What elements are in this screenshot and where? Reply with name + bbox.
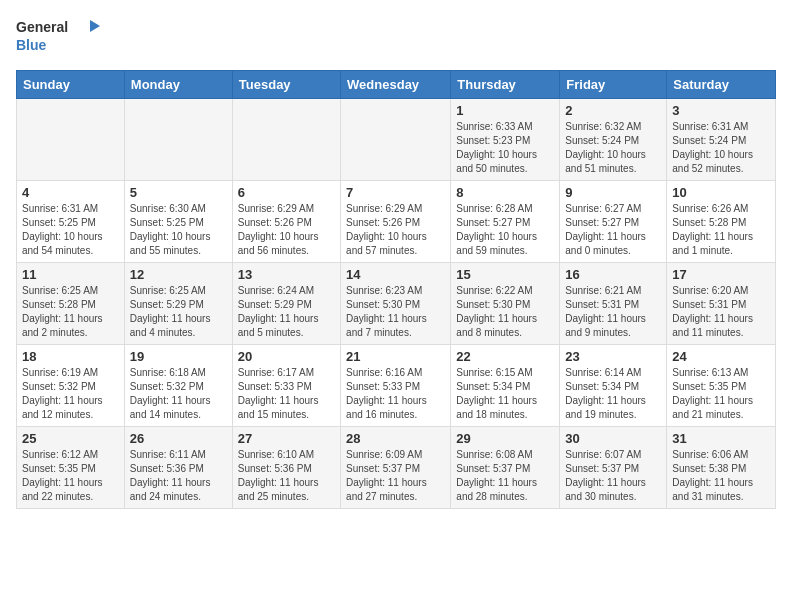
day-number: 9 bbox=[565, 185, 661, 200]
weekday-header: Friday bbox=[560, 71, 667, 99]
day-number: 18 bbox=[22, 349, 119, 364]
calendar-day-cell: 24Sunrise: 6:13 AM Sunset: 5:35 PM Dayli… bbox=[667, 345, 776, 427]
day-number: 6 bbox=[238, 185, 335, 200]
day-info: Sunrise: 6:09 AM Sunset: 5:37 PM Dayligh… bbox=[346, 448, 445, 504]
day-number: 12 bbox=[130, 267, 227, 282]
day-info: Sunrise: 6:07 AM Sunset: 5:37 PM Dayligh… bbox=[565, 448, 661, 504]
day-info: Sunrise: 6:10 AM Sunset: 5:36 PM Dayligh… bbox=[238, 448, 335, 504]
calendar-week-row: 11Sunrise: 6:25 AM Sunset: 5:28 PM Dayli… bbox=[17, 263, 776, 345]
day-number: 27 bbox=[238, 431, 335, 446]
day-number: 26 bbox=[130, 431, 227, 446]
day-number: 16 bbox=[565, 267, 661, 282]
weekday-header: Thursday bbox=[451, 71, 560, 99]
calendar-day-cell: 30Sunrise: 6:07 AM Sunset: 5:37 PM Dayli… bbox=[560, 427, 667, 509]
calendar-day-cell: 16Sunrise: 6:21 AM Sunset: 5:31 PM Dayli… bbox=[560, 263, 667, 345]
calendar-day-cell: 15Sunrise: 6:22 AM Sunset: 5:30 PM Dayli… bbox=[451, 263, 560, 345]
svg-marker-1 bbox=[90, 20, 100, 32]
svg-text:General: General bbox=[16, 19, 68, 35]
day-number: 7 bbox=[346, 185, 445, 200]
weekday-header: Sunday bbox=[17, 71, 125, 99]
calendar-day-cell bbox=[232, 99, 340, 181]
day-info: Sunrise: 6:23 AM Sunset: 5:30 PM Dayligh… bbox=[346, 284, 445, 340]
day-info: Sunrise: 6:27 AM Sunset: 5:27 PM Dayligh… bbox=[565, 202, 661, 258]
calendar-day-cell: 10Sunrise: 6:26 AM Sunset: 5:28 PM Dayli… bbox=[667, 181, 776, 263]
calendar-week-row: 1Sunrise: 6:33 AM Sunset: 5:23 PM Daylig… bbox=[17, 99, 776, 181]
day-info: Sunrise: 6:12 AM Sunset: 5:35 PM Dayligh… bbox=[22, 448, 119, 504]
day-info: Sunrise: 6:06 AM Sunset: 5:38 PM Dayligh… bbox=[672, 448, 770, 504]
day-number: 17 bbox=[672, 267, 770, 282]
day-info: Sunrise: 6:29 AM Sunset: 5:26 PM Dayligh… bbox=[346, 202, 445, 258]
day-number: 14 bbox=[346, 267, 445, 282]
calendar-day-cell: 23Sunrise: 6:14 AM Sunset: 5:34 PM Dayli… bbox=[560, 345, 667, 427]
calendar-day-cell: 17Sunrise: 6:20 AM Sunset: 5:31 PM Dayli… bbox=[667, 263, 776, 345]
day-info: Sunrise: 6:17 AM Sunset: 5:33 PM Dayligh… bbox=[238, 366, 335, 422]
day-number: 23 bbox=[565, 349, 661, 364]
day-number: 30 bbox=[565, 431, 661, 446]
day-number: 21 bbox=[346, 349, 445, 364]
day-number: 1 bbox=[456, 103, 554, 118]
calendar-day-cell: 18Sunrise: 6:19 AM Sunset: 5:32 PM Dayli… bbox=[17, 345, 125, 427]
calendar-day-cell: 12Sunrise: 6:25 AM Sunset: 5:29 PM Dayli… bbox=[124, 263, 232, 345]
day-info: Sunrise: 6:30 AM Sunset: 5:25 PM Dayligh… bbox=[130, 202, 227, 258]
day-number: 19 bbox=[130, 349, 227, 364]
weekday-header: Wednesday bbox=[341, 71, 451, 99]
day-number: 25 bbox=[22, 431, 119, 446]
weekday-row: SundayMondayTuesdayWednesdayThursdayFrid… bbox=[17, 71, 776, 99]
day-number: 13 bbox=[238, 267, 335, 282]
calendar-body: 1Sunrise: 6:33 AM Sunset: 5:23 PM Daylig… bbox=[17, 99, 776, 509]
day-number: 31 bbox=[672, 431, 770, 446]
day-info: Sunrise: 6:16 AM Sunset: 5:33 PM Dayligh… bbox=[346, 366, 445, 422]
day-number: 4 bbox=[22, 185, 119, 200]
calendar-day-cell: 28Sunrise: 6:09 AM Sunset: 5:37 PM Dayli… bbox=[341, 427, 451, 509]
calendar-day-cell: 31Sunrise: 6:06 AM Sunset: 5:38 PM Dayli… bbox=[667, 427, 776, 509]
day-info: Sunrise: 6:31 AM Sunset: 5:24 PM Dayligh… bbox=[672, 120, 770, 176]
day-info: Sunrise: 6:28 AM Sunset: 5:27 PM Dayligh… bbox=[456, 202, 554, 258]
calendar-day-cell: 19Sunrise: 6:18 AM Sunset: 5:32 PM Dayli… bbox=[124, 345, 232, 427]
calendar-week-row: 18Sunrise: 6:19 AM Sunset: 5:32 PM Dayli… bbox=[17, 345, 776, 427]
day-number: 5 bbox=[130, 185, 227, 200]
weekday-header: Monday bbox=[124, 71, 232, 99]
calendar-day-cell: 8Sunrise: 6:28 AM Sunset: 5:27 PM Daylig… bbox=[451, 181, 560, 263]
calendar-day-cell: 2Sunrise: 6:32 AM Sunset: 5:24 PM Daylig… bbox=[560, 99, 667, 181]
day-info: Sunrise: 6:08 AM Sunset: 5:37 PM Dayligh… bbox=[456, 448, 554, 504]
day-number: 3 bbox=[672, 103, 770, 118]
page-header: General Blue bbox=[16, 16, 776, 58]
weekday-header: Tuesday bbox=[232, 71, 340, 99]
day-info: Sunrise: 6:13 AM Sunset: 5:35 PM Dayligh… bbox=[672, 366, 770, 422]
day-info: Sunrise: 6:21 AM Sunset: 5:31 PM Dayligh… bbox=[565, 284, 661, 340]
calendar-day-cell: 3Sunrise: 6:31 AM Sunset: 5:24 PM Daylig… bbox=[667, 99, 776, 181]
day-info: Sunrise: 6:25 AM Sunset: 5:28 PM Dayligh… bbox=[22, 284, 119, 340]
day-number: 15 bbox=[456, 267, 554, 282]
calendar-day-cell: 21Sunrise: 6:16 AM Sunset: 5:33 PM Dayli… bbox=[341, 345, 451, 427]
calendar-day-cell: 29Sunrise: 6:08 AM Sunset: 5:37 PM Dayli… bbox=[451, 427, 560, 509]
day-number: 22 bbox=[456, 349, 554, 364]
svg-text:Blue: Blue bbox=[16, 37, 47, 53]
day-info: Sunrise: 6:18 AM Sunset: 5:32 PM Dayligh… bbox=[130, 366, 227, 422]
day-number: 28 bbox=[346, 431, 445, 446]
day-number: 2 bbox=[565, 103, 661, 118]
day-number: 11 bbox=[22, 267, 119, 282]
calendar-day-cell: 5Sunrise: 6:30 AM Sunset: 5:25 PM Daylig… bbox=[124, 181, 232, 263]
calendar-day-cell bbox=[341, 99, 451, 181]
day-info: Sunrise: 6:11 AM Sunset: 5:36 PM Dayligh… bbox=[130, 448, 227, 504]
calendar-week-row: 25Sunrise: 6:12 AM Sunset: 5:35 PM Dayli… bbox=[17, 427, 776, 509]
logo: General Blue bbox=[16, 16, 106, 58]
day-number: 8 bbox=[456, 185, 554, 200]
weekday-header: Saturday bbox=[667, 71, 776, 99]
calendar-day-cell bbox=[17, 99, 125, 181]
day-info: Sunrise: 6:33 AM Sunset: 5:23 PM Dayligh… bbox=[456, 120, 554, 176]
calendar-day-cell: 27Sunrise: 6:10 AM Sunset: 5:36 PM Dayli… bbox=[232, 427, 340, 509]
day-info: Sunrise: 6:32 AM Sunset: 5:24 PM Dayligh… bbox=[565, 120, 661, 176]
day-info: Sunrise: 6:19 AM Sunset: 5:32 PM Dayligh… bbox=[22, 366, 119, 422]
day-info: Sunrise: 6:29 AM Sunset: 5:26 PM Dayligh… bbox=[238, 202, 335, 258]
calendar-day-cell: 25Sunrise: 6:12 AM Sunset: 5:35 PM Dayli… bbox=[17, 427, 125, 509]
day-info: Sunrise: 6:22 AM Sunset: 5:30 PM Dayligh… bbox=[456, 284, 554, 340]
calendar-header: SundayMondayTuesdayWednesdayThursdayFrid… bbox=[17, 71, 776, 99]
day-info: Sunrise: 6:24 AM Sunset: 5:29 PM Dayligh… bbox=[238, 284, 335, 340]
calendar-day-cell bbox=[124, 99, 232, 181]
calendar-day-cell: 9Sunrise: 6:27 AM Sunset: 5:27 PM Daylig… bbox=[560, 181, 667, 263]
calendar-day-cell: 13Sunrise: 6:24 AM Sunset: 5:29 PM Dayli… bbox=[232, 263, 340, 345]
day-number: 20 bbox=[238, 349, 335, 364]
day-info: Sunrise: 6:26 AM Sunset: 5:28 PM Dayligh… bbox=[672, 202, 770, 258]
calendar-day-cell: 4Sunrise: 6:31 AM Sunset: 5:25 PM Daylig… bbox=[17, 181, 125, 263]
